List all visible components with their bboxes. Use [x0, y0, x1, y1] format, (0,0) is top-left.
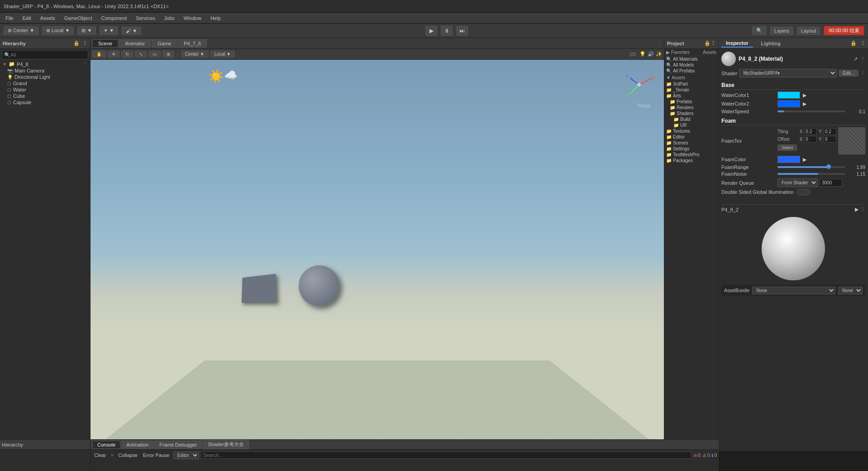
scale-tool[interactable]: ⤡: [135, 51, 147, 58]
favorites-expand[interactable]: ▶: [666, 50, 670, 55]
center-dropdown[interactable]: Center ▼: [181, 51, 209, 58]
pause-button[interactable]: ⏸: [441, 26, 453, 36]
layout-button[interactable]: Layout: [797, 27, 820, 35]
hierarchy-lock[interactable]: 🔒: [73, 40, 80, 46]
shader-more-btn[interactable]: ⋮: [860, 70, 865, 76]
foam-range-thumb[interactable]: [826, 164, 831, 169]
move-tool[interactable]: ✛: [108, 51, 119, 58]
water-color1-swatch[interactable]: [777, 91, 800, 99]
foam-tex-select-btn[interactable]: Select: [777, 144, 797, 151]
inspector-tab-lighting[interactable]: Lighting: [757, 40, 785, 47]
console-clear-btn[interactable]: Clear: [92, 452, 108, 458]
scene-tab-game[interactable]: Game: [152, 39, 177, 48]
project-asset-prefabs[interactable]: 📁 Prefabs: [664, 99, 718, 105]
menu-file[interactable]: File: [2, 14, 17, 22]
grid-toggle[interactable]: ⊞ ▼: [77, 26, 96, 35]
project-asset-packages[interactable]: 📁 Packages: [664, 158, 718, 163]
material-dots-btn[interactable]: ⋮: [860, 56, 865, 62]
scene-audio-btn[interactable]: 🔊: [648, 51, 654, 57]
console-collapse-btn[interactable]: Collapse: [116, 452, 139, 458]
double-sided-toggle[interactable]: [796, 189, 810, 195]
menu-edit[interactable]: Edit: [19, 14, 35, 22]
asset-bundle-dropdown1[interactable]: None: [752, 287, 835, 294]
tiling-y-input[interactable]: [824, 128, 836, 135]
console-tab-shader[interactable]: Shader参考大全: [203, 440, 248, 449]
timer-button[interactable]: 00:00:00 结束: [824, 26, 864, 35]
hierarchy-menu[interactable]: ⋮: [82, 40, 87, 46]
scene-2d-btn[interactable]: 2D: [630, 52, 636, 57]
console-tab-animation[interactable]: Animation: [121, 441, 153, 449]
inspector-menu[interactable]: ⋮: [860, 40, 865, 46]
hierarchy-search-input[interactable]: [10, 52, 86, 58]
snap-toggle[interactable]: ✦ ▼: [100, 26, 118, 35]
search-button[interactable]: 🔍: [752, 26, 767, 35]
project-asset-editor[interactable]: 📁 Editor: [664, 134, 718, 140]
water-color2-picker[interactable]: ▶: [803, 101, 806, 107]
inspector-lock[interactable]: 🔒: [850, 40, 857, 46]
scene-panel-menu[interactable]: ⋮: [657, 40, 662, 46]
project-fav-materials[interactable]: 🔍 All Materials: [664, 56, 718, 62]
project-asset-textures[interactable]: 📁 Textures: [664, 128, 718, 134]
project-asset-textmeshpro[interactable]: 📁 TextMeshPro: [664, 152, 718, 158]
menu-gameobject[interactable]: GameObject: [61, 14, 96, 22]
project-asset-terrain[interactable]: 📁 _Terrain: [664, 87, 718, 93]
scene-tab-p4[interactable]: P4_7_6: [178, 39, 207, 48]
hand-tool[interactable]: ✋: [92, 51, 106, 58]
project-menu[interactable]: ⋮: [711, 40, 715, 46]
scene-tab-animator[interactable]: Animator: [119, 39, 151, 48]
pivot-toggle[interactable]: ⊕ Center ▼: [4, 26, 38, 35]
water-color1-picker[interactable]: ▶: [803, 92, 806, 98]
hierarchy-item-main-camera[interactable]: 📷 Main Camera: [0, 67, 90, 74]
all-tool[interactable]: ⊕: [162, 51, 174, 58]
space-toggle[interactable]: ⊕ Local ▼: [42, 26, 74, 35]
foam-tex-preview[interactable]: [838, 127, 865, 154]
console-errorpause-btn[interactable]: Error Pause: [141, 452, 172, 458]
hierarchy-root[interactable]: ▼ 📁 P4_8 ⋮: [0, 61, 90, 67]
paint-toggle[interactable]: 🖌 ▼: [122, 27, 141, 35]
offset-x-input[interactable]: [804, 136, 817, 143]
rect-tool[interactable]: ▭: [148, 51, 161, 58]
foam-noise-track[interactable]: [777, 173, 845, 175]
scene-viewport[interactable]: ☀️ ☁️ Persp X Y Z: [91, 60, 664, 451]
project-asset-ur[interactable]: 📁 UR: [664, 122, 718, 128]
foam-color-picker[interactable]: ▶: [803, 157, 806, 163]
offset-y-input[interactable]: [824, 136, 836, 143]
menu-assets[interactable]: Assets: [37, 14, 59, 22]
hierarchy-item-directional-light[interactable]: 💡 Directional Light: [0, 74, 90, 80]
console-panel-menu[interactable]: ⋮: [712, 442, 717, 447]
project-asset-shaders[interactable]: 📁 Shaders: [664, 111, 718, 116]
scene-light-btn[interactable]: 💡: [639, 51, 646, 57]
scene-fx-btn[interactable]: ✨: [656, 51, 662, 57]
menu-component[interactable]: Component: [97, 14, 130, 22]
root-menu[interactable]: ⋮: [82, 61, 87, 67]
hierarchy-item-cube[interactable]: ⬡ Cube: [0, 93, 90, 99]
render-queue-value[interactable]: [820, 179, 842, 187]
foam-range-track[interactable]: [777, 166, 845, 168]
console-editor-dropdown[interactable]: Editor: [173, 452, 199, 459]
water-speed-track[interactable]: [777, 111, 845, 112]
project-asset-build[interactable]: 📁 Build: [664, 116, 718, 122]
menu-services[interactable]: Services: [132, 14, 158, 22]
hierarchy-item-water[interactable]: ⬡ Water: [0, 87, 90, 93]
assets-expand[interactable]: ▼: [666, 75, 671, 80]
shader-dropdown[interactable]: MyShader/URP/f▾: [739, 69, 837, 77]
project-asset-renders[interactable]: 📁 Renders: [664, 105, 718, 111]
scene-gizmo[interactable]: X Y Z: [623, 69, 655, 101]
project-fav-models[interactable]: 🔍 All Models: [664, 62, 718, 68]
hierarchy-item-grand[interactable]: ⬡ Grand: [0, 80, 90, 87]
project-fav-prefabs[interactable]: 🔍 All Prefabs: [664, 68, 718, 74]
shader-edit-button[interactable]: Edit...: [839, 70, 858, 77]
inspector-tab-inspector[interactable]: Inspector: [721, 39, 753, 48]
scene-cube-object[interactable]: [242, 274, 277, 303]
water-color2-swatch[interactable]: [777, 100, 800, 107]
menu-jobs[interactable]: Jobs: [161, 14, 178, 22]
preview-play-btn[interactable]: ▶: [855, 207, 858, 212]
menu-help[interactable]: Help: [207, 14, 224, 22]
menu-window[interactable]: Window: [180, 14, 205, 22]
local-dropdown[interactable]: Local ▼: [210, 51, 235, 58]
console-tab-console[interactable]: Console: [92, 441, 120, 449]
console-search-input[interactable]: [201, 452, 692, 459]
tiling-x-input[interactable]: [804, 128, 817, 135]
hierarchy-item-capsule[interactable]: ⬡ Capsule: [0, 99, 90, 106]
project-asset-3rdpart[interactable]: 📁 3rdPart: [664, 81, 718, 87]
